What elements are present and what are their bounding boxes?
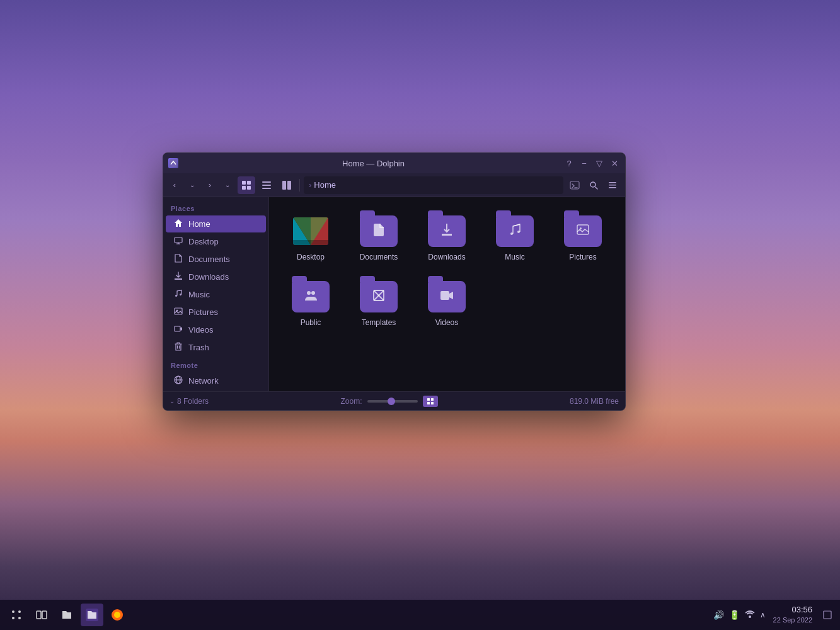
folder-desktop-label: Desktop <box>297 253 325 261</box>
folder-templates[interactable]: Templates <box>347 273 410 333</box>
forward-dropdown-button[interactable]: ⌄ <box>220 176 235 194</box>
svg-rect-49 <box>42 611 47 619</box>
expand-tray-icon[interactable]: ∧ <box>760 610 766 619</box>
svg-point-47 <box>18 617 21 619</box>
taskbar-firefox[interactable] <box>106 604 129 626</box>
folder-pictures[interactable]: Pictures <box>551 207 614 268</box>
volume-icon[interactable]: 🔊 <box>713 610 724 620</box>
clock-date: 22 Sep 2022 <box>773 616 812 624</box>
sidebar-item-home[interactable]: Home <box>166 215 266 232</box>
taskbar-app-menu[interactable] <box>5 604 28 626</box>
file-area: Desktop Documents <box>269 197 625 391</box>
folder-videos-label: Videos <box>435 318 458 327</box>
desktop-icon <box>173 236 183 247</box>
svg-point-44 <box>12 610 14 613</box>
sidebar-desktop-label: Desktop <box>188 237 219 246</box>
music-folder-icon <box>495 214 535 249</box>
svg-rect-4 <box>247 186 251 190</box>
sidebar-item-desktop[interactable]: Desktop <box>166 233 266 250</box>
svg-line-20 <box>177 290 181 292</box>
sidebar-home-label: Home <box>188 219 210 229</box>
taskbar-show-desktop[interactable] <box>820 604 835 626</box>
svg-line-33 <box>513 224 520 226</box>
folder-videos[interactable]: Videos <box>415 273 478 333</box>
svg-rect-3 <box>242 186 246 190</box>
forward-button[interactable]: › <box>202 176 217 194</box>
svg-rect-8 <box>282 181 286 190</box>
home-icon <box>173 219 183 229</box>
terminal-button[interactable] <box>566 176 584 194</box>
downloads-folder-icon <box>427 214 467 249</box>
svg-rect-9 <box>287 181 291 190</box>
videos-folder-icon <box>427 279 467 314</box>
folder-public-label: Public <box>301 318 321 327</box>
sidebar-item-downloads[interactable]: Downloads <box>166 268 266 285</box>
sidebar-item-documents[interactable]: Documents <box>166 251 266 268</box>
remote-label: Remote <box>163 357 268 372</box>
svg-point-53 <box>749 616 751 618</box>
minimize-button[interactable]: − <box>578 158 590 169</box>
svg-rect-5 <box>262 181 271 183</box>
sidebar-item-pictures[interactable]: Pictures <box>166 304 266 321</box>
network-tray-icon[interactable] <box>745 609 755 621</box>
sidebar-downloads-label: Downloads <box>188 272 229 282</box>
sidebar-item-music[interactable]: Music <box>166 286 266 303</box>
sidebar: Places Home Des <box>163 197 269 391</box>
titlebar: Home — Dolphin ? − ▽ ✕ <box>163 153 625 173</box>
close-button[interactable]: ✕ <box>609 158 620 169</box>
folder-count: 8 Folders <box>177 397 209 406</box>
folder-templates-label: Templates <box>362 318 396 327</box>
view-icons-button[interactable] <box>238 176 255 194</box>
zoom-thumb[interactable] <box>388 398 395 405</box>
toolbar: ‹ ⌄ › ⌄ › <box>163 173 625 197</box>
menu-button[interactable] <box>604 176 621 194</box>
restore-button[interactable]: ▽ <box>594 158 605 169</box>
breadcrumb-chevron: › <box>309 180 311 190</box>
downloads-icon <box>173 272 183 282</box>
svg-rect-16 <box>609 187 616 188</box>
zoom-box[interactable] <box>423 396 438 407</box>
taskbar-left <box>5 604 129 626</box>
help-button[interactable]: ? <box>563 158 575 169</box>
sidebar-item-trash[interactable]: Trash <box>166 339 266 356</box>
music-icon <box>173 289 183 300</box>
svg-point-46 <box>12 617 14 619</box>
svg-point-45 <box>18 610 21 613</box>
sidebar-trash-label: Trash <box>188 343 209 352</box>
back-dropdown-button[interactable]: ⌄ <box>185 176 200 194</box>
svg-rect-2 <box>247 181 251 185</box>
folder-desktop[interactable]: Desktop <box>279 207 342 268</box>
statusbar: ⌄ 8 Folders Zoom: 819.0 MiB free <box>163 391 625 410</box>
trash-icon <box>173 342 183 353</box>
svg-rect-54 <box>824 611 831 619</box>
taskbar-task-switcher[interactable] <box>30 604 53 626</box>
sidebar-documents-label: Documents <box>188 255 230 264</box>
folder-documents[interactable]: Documents <box>347 207 410 268</box>
public-folder-icon <box>291 279 331 314</box>
folder-downloads[interactable]: Downloads <box>415 207 478 268</box>
view-split-button[interactable] <box>278 176 296 194</box>
back-button[interactable]: ‹ <box>167 176 182 194</box>
breadcrumb[interactable]: › Home <box>304 176 563 194</box>
sidebar-network-label: Network <box>188 376 219 386</box>
desktop-folder-icon <box>291 214 331 249</box>
search-button[interactable] <box>585 176 602 194</box>
statusbar-free-space: 819.0 MiB free <box>570 397 619 406</box>
taskbar-dolphin[interactable] <box>81 604 103 626</box>
sidebar-item-network[interactable]: Network <box>166 372 266 389</box>
taskbar-files[interactable] <box>55 604 78 626</box>
expand-collapse-icon[interactable]: ⌄ <box>170 398 175 404</box>
svg-rect-39 <box>440 291 449 300</box>
zoom-slider[interactable] <box>367 400 418 403</box>
sidebar-music-label: Music <box>188 290 210 299</box>
places-label: Places <box>163 200 268 215</box>
sidebar-item-videos[interactable]: Videos <box>166 321 266 338</box>
view-details-button[interactable] <box>258 176 275 194</box>
zoom-label: Zoom: <box>340 397 362 406</box>
folder-music[interactable]: Music <box>483 207 546 268</box>
folder-music-label: Music <box>505 253 524 261</box>
folder-public[interactable]: Public <box>279 273 342 333</box>
pictures-icon <box>173 307 183 318</box>
svg-rect-40 <box>427 398 430 401</box>
battery-icon[interactable]: 🔋 <box>729 610 740 620</box>
